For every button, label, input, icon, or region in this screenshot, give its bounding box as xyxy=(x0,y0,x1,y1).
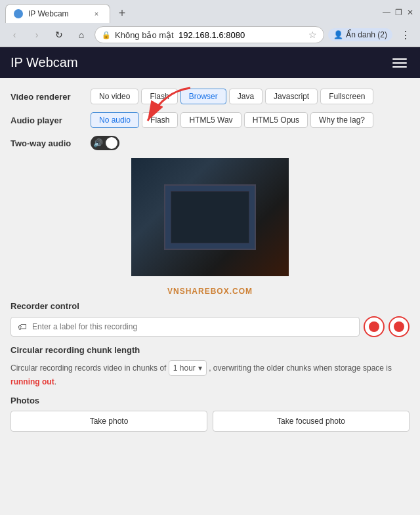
video-renderer-label: Video renderer xyxy=(10,92,83,102)
tab-favicon xyxy=(14,9,23,18)
take-focused-photo-button[interactable]: Take focused photo xyxy=(213,411,410,432)
two-way-audio-row: Two-way audio 🔊 xyxy=(10,136,410,150)
lock-icon: 🔒 xyxy=(102,31,111,39)
toggle-knob xyxy=(106,137,117,149)
bookmark-icon[interactable]: ☆ xyxy=(308,30,317,40)
recorder-input-row: 🏷 xyxy=(10,316,410,337)
audio-player-label: Audio player xyxy=(10,115,83,125)
audio-option-html5wav[interactable]: HTML5 Wav xyxy=(180,112,241,128)
app-header: IP Webcam xyxy=(0,47,420,78)
chunk-length-value: 1 hour xyxy=(173,362,196,374)
video-renderer-row: Video renderer No video Flash Browser Ja… xyxy=(10,89,410,104)
video-screen-inner xyxy=(171,191,249,243)
photos-title: Photos xyxy=(10,396,410,405)
tag-icon: 🏷 xyxy=(18,321,27,332)
watermark-text: VNSHAREBOX.COM xyxy=(10,287,410,296)
circular-description: Circular recording records video in chun… xyxy=(10,360,410,388)
video-screen xyxy=(164,184,256,250)
record-button-1[interactable] xyxy=(364,316,385,337)
restore-button[interactable]: ❐ xyxy=(394,8,403,17)
video-inner xyxy=(131,158,289,276)
browser-menu-button[interactable]: ⋮ xyxy=(396,26,415,44)
recorder-section: Recorder control 🏷 xyxy=(10,301,410,337)
address-text: Không bảo mật 192.168.1.6:8080 xyxy=(115,30,304,40)
profile-icon: 👤 xyxy=(333,30,343,39)
audio-option-flash[interactable]: Flash xyxy=(142,112,178,128)
tab-bar: IP Webcam × + — ❐ ✕ xyxy=(0,0,420,23)
two-way-audio-label: Two-way audio xyxy=(10,138,83,148)
new-tab-button[interactable]: + xyxy=(113,5,131,23)
profile-button[interactable]: 👤 Ẩn danh (2) xyxy=(328,28,392,41)
address-bar: ‹ › ↻ ⌂ 🔒 Không bảo mật 192.168.1.6:8080… xyxy=(0,23,420,47)
speaker-icon: 🔊 xyxy=(93,138,103,148)
audio-option-html5opus[interactable]: HTML5 Opus xyxy=(244,112,308,128)
video-option-flash[interactable]: Flash xyxy=(141,89,177,104)
browser-chrome: IP Webcam × + — ❐ ✕ ‹ › ↻ ⌂ 🔒 Không bảo … xyxy=(0,0,420,47)
home-button[interactable]: ⌂ xyxy=(72,26,91,44)
main-content: Video renderer No video Flash Browser Ja… xyxy=(0,78,420,514)
record-dot-2 xyxy=(394,321,404,332)
two-way-audio-toggle[interactable]: 🔊 xyxy=(91,136,119,150)
video-option-no-video[interactable]: No video xyxy=(91,89,138,104)
recorder-input-wrap: 🏷 xyxy=(10,317,360,337)
record-dot xyxy=(369,321,379,332)
circular-section: Circular recording chunk length Circular… xyxy=(10,345,410,388)
tab-label: IP Webcam xyxy=(28,9,86,18)
chunk-dropdown-icon: ▾ xyxy=(198,362,202,374)
photos-btn-row: Take photo Take focused photo xyxy=(10,411,410,432)
tab-close-button[interactable]: × xyxy=(91,9,102,19)
hamburger-menu[interactable] xyxy=(390,56,410,70)
recording-label-input[interactable] xyxy=(32,322,352,331)
refresh-button[interactable]: ↻ xyxy=(50,26,68,44)
profile-label: Ẩn danh (2) xyxy=(346,30,387,39)
video-option-java[interactable]: Java xyxy=(229,89,262,104)
video-renderer-options: No video Flash Browser Java Javascript F… xyxy=(91,89,373,104)
video-option-browser[interactable]: Browser xyxy=(180,89,226,104)
active-tab[interactable]: IP Webcam × xyxy=(5,4,110,23)
forward-button[interactable]: › xyxy=(28,26,46,44)
minimize-button[interactable]: — xyxy=(382,8,391,17)
toggle-switch[interactable]: 🔊 xyxy=(91,136,119,150)
app-title: IP Webcam xyxy=(10,55,78,70)
video-container xyxy=(10,158,410,276)
audio-option-no-audio[interactable]: No audio xyxy=(91,112,139,128)
circular-title: Circular recording chunk length xyxy=(10,345,410,355)
running-out-text: running out xyxy=(10,377,54,386)
take-photo-button[interactable]: Take photo xyxy=(10,411,207,432)
photos-section: Photos Take photo Take focused photo xyxy=(10,396,410,432)
video-feed xyxy=(131,158,289,276)
video-option-javascript[interactable]: Javascript xyxy=(265,89,318,104)
chunk-length-select[interactable]: 1 hour ▾ xyxy=(169,360,207,376)
video-option-fullscreen[interactable]: Fullscreen xyxy=(320,89,373,104)
window-controls: — ❐ ✕ xyxy=(382,8,415,20)
audio-player-options: No audio Flash HTML5 Wav HTML5 Opus Why … xyxy=(91,112,373,128)
back-button[interactable]: ‹ xyxy=(5,26,24,44)
audio-player-row: Audio player No audio Flash HTML5 Wav HT… xyxy=(10,112,410,128)
recorder-title: Recorder control xyxy=(10,301,410,311)
close-button[interactable]: ✕ xyxy=(406,8,415,17)
address-input[interactable]: 🔒 Không bảo mật 192.168.1.6:8080 ☆ xyxy=(94,26,324,43)
record-button-2[interactable] xyxy=(388,316,410,337)
audio-option-why-lag[interactable]: Why the lag? xyxy=(310,112,373,128)
